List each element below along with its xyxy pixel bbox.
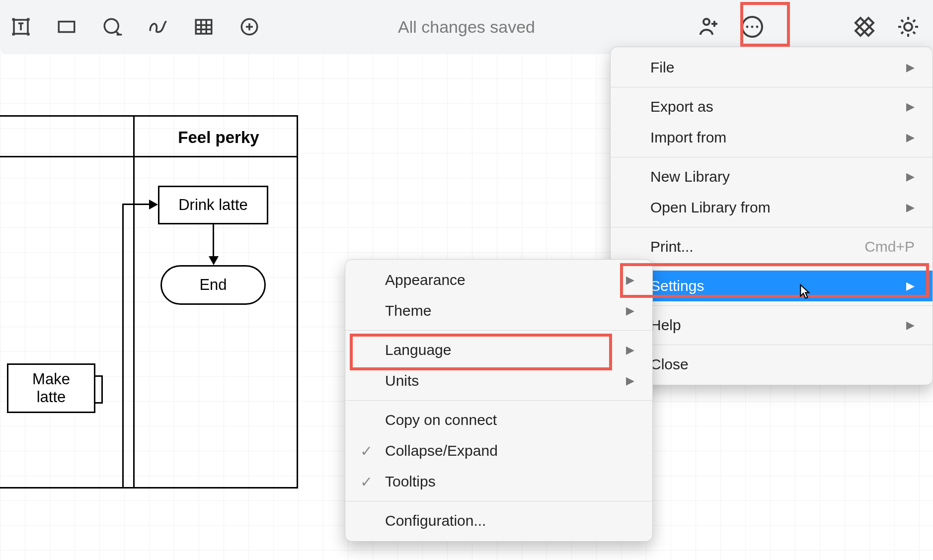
menu-divider — [345, 501, 652, 501]
svg-line-34 — [913, 20, 915, 22]
menu-divider — [345, 330, 652, 331]
svg-rect-5 — [12, 33, 15, 35]
menu-divider — [611, 227, 933, 227]
chevron-right-icon: ▶ — [891, 100, 915, 113]
chevron-right-icon: ▶ — [891, 131, 915, 144]
text-tool[interactable] — [6, 12, 36, 42]
settings-submenu: Appearance▶ Theme▶ Language▶ Units▶ Copy… — [345, 259, 653, 542]
menu-divider — [611, 345, 933, 345]
submenu-theme-label: Theme — [385, 302, 611, 319]
submenu-tooltips-label: Tooltips — [385, 473, 634, 490]
submenu-configuration[interactable]: Configuration... — [345, 505, 652, 536]
menu-print-shortcut: Cmd+P — [864, 238, 915, 255]
menu-open-library[interactable]: Open Library from▶ — [611, 192, 933, 223]
menu-new-library[interactable]: New Library▶ — [611, 161, 933, 192]
more-menu-button[interactable] — [737, 12, 767, 42]
table-tool[interactable] — [189, 12, 219, 42]
check-icon: ✓ — [360, 473, 373, 490]
chevron-right-icon: ▶ — [611, 274, 634, 286]
submenu-tooltips[interactable]: ✓Tooltips — [345, 466, 652, 497]
freehand-tool[interactable] — [143, 12, 173, 42]
main-menu: File▶ Export as▶ Import from▶ New Librar… — [610, 47, 933, 385]
menu-close[interactable]: Close — [611, 349, 933, 380]
menu-help[interactable]: Help▶ — [611, 310, 933, 341]
menu-close-label: Close — [650, 356, 915, 373]
svg-point-25 — [756, 26, 759, 28]
toolbar-left-group — [3, 12, 264, 42]
menu-settings[interactable]: Settings▶ — [611, 271, 933, 301]
add-tool[interactable] — [234, 12, 264, 42]
menu-divider — [611, 305, 933, 306]
check-icon: ✓ — [360, 442, 373, 460]
chevron-right-icon: ▶ — [891, 201, 915, 214]
chevron-right-icon: ▶ — [891, 280, 915, 292]
chevron-right-icon: ▶ — [611, 304, 634, 317]
svg-rect-6 — [27, 33, 29, 35]
submenu-units-label: Units — [385, 372, 611, 389]
svg-point-23 — [746, 26, 749, 28]
menu-divider — [611, 87, 933, 87]
submenu-copy-on-connect-label: Copy on connect — [385, 412, 634, 428]
share-button[interactable] — [694, 12, 723, 42]
svg-point-24 — [751, 26, 754, 28]
ellipse-tool[interactable] — [97, 12, 127, 42]
menu-print-label: Print... — [650, 238, 864, 255]
submenu-language[interactable]: Language▶ — [345, 335, 652, 365]
menu-import-label: Import from — [650, 129, 891, 146]
menu-file[interactable]: File▶ — [611, 52, 933, 83]
menu-open-library-label: Open Library from — [650, 199, 891, 216]
svg-line-31 — [901, 20, 903, 22]
submenu-collapse-expand-label: Collapse/Expand — [385, 442, 634, 459]
chevron-right-icon: ▶ — [891, 61, 915, 74]
svg-rect-3 — [12, 18, 15, 21]
menu-file-label: File — [650, 59, 891, 76]
submenu-collapse-expand[interactable]: ✓Collapse/Expand — [345, 435, 652, 466]
submenu-appearance-label: Appearance — [385, 272, 611, 288]
menu-new-library-label: New Library — [650, 168, 891, 185]
menu-import-from[interactable]: Import from▶ — [611, 122, 933, 153]
rectangle-tool[interactable] — [52, 12, 81, 42]
theme-toggle[interactable] — [893, 12, 923, 42]
toolbar-right-group — [694, 12, 928, 42]
svg-rect-4 — [27, 18, 29, 21]
submenu-configuration-label: Configuration... — [385, 512, 634, 529]
submenu-language-label: Language — [385, 342, 611, 358]
svg-line-33 — [901, 32, 903, 34]
menu-print[interactable]: Print...Cmd+P — [611, 231, 933, 262]
svg-point-19 — [703, 19, 709, 25]
design-tool[interactable] — [850, 12, 879, 42]
chevron-right-icon: ▶ — [611, 374, 634, 387]
chevron-right-icon: ▶ — [611, 344, 634, 356]
save-status: All changes saved — [398, 17, 535, 37]
chevron-right-icon: ▶ — [891, 319, 915, 332]
chevron-right-icon: ▶ — [891, 170, 915, 183]
menu-export-as[interactable]: Export as▶ — [611, 91, 933, 122]
submenu-theme[interactable]: Theme▶ — [345, 295, 652, 326]
menu-divider — [611, 157, 933, 157]
menu-help-label: Help — [650, 317, 891, 334]
submenu-units[interactable]: Units▶ — [345, 365, 652, 396]
menu-export-label: Export as — [650, 98, 891, 115]
svg-point-26 — [904, 23, 912, 31]
svg-line-32 — [913, 32, 915, 34]
submenu-appearance[interactable]: Appearance▶ — [345, 265, 652, 295]
menu-divider — [345, 400, 652, 401]
toolbar: All changes saved — [0, 0, 933, 54]
menu-divider — [611, 266, 933, 267]
menu-settings-label: Settings — [650, 278, 891, 294]
submenu-copy-on-connect[interactable]: Copy on connect — [345, 405, 652, 435]
svg-rect-11 — [196, 20, 212, 34]
svg-rect-7 — [59, 22, 75, 32]
